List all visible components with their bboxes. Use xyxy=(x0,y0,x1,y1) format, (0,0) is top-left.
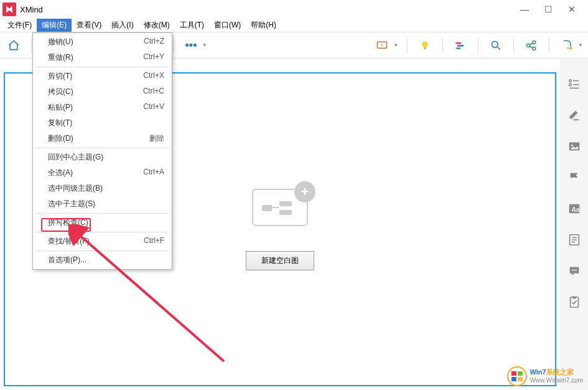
gantt-icon[interactable] xyxy=(452,37,469,54)
plus-icon: + xyxy=(294,181,315,202)
new-blank-map-button[interactable]: 新建空白图 xyxy=(246,251,314,270)
menu-entry[interactable]: 拼写检查(C) xyxy=(33,215,172,231)
menu-entry[interactable]: 回到中心主题(G) xyxy=(33,150,172,165)
menu-entry[interactable]: 撤销(U)Ctrl+Z xyxy=(33,34,172,50)
menu-separator xyxy=(35,232,169,232)
svg-point-8 xyxy=(422,41,428,47)
menu-item[interactable]: 文件(F) xyxy=(2,19,37,32)
chevron-down-icon[interactable]: ▼ xyxy=(578,42,583,48)
svg-line-19 xyxy=(530,46,533,48)
svg-point-27 xyxy=(571,145,572,146)
watermark-brand: Win7 xyxy=(530,368,546,376)
menu-separator xyxy=(35,67,169,67)
font-panel-icon[interactable]: Aa xyxy=(567,202,581,216)
watermark-url: Www.Winwin7.com xyxy=(530,377,583,384)
toolbar-separator xyxy=(442,38,443,53)
toolbar-separator xyxy=(513,38,514,53)
edit-menu-dropdown: 撤销(U)Ctrl+Z重做(R)Ctrl+Y剪切(T)Ctrl+X拷贝(C)Ct… xyxy=(32,32,172,270)
svg-line-18 xyxy=(530,43,533,45)
menu-item[interactable]: 编辑(E) xyxy=(37,19,72,32)
svg-rect-43 xyxy=(511,377,516,381)
svg-point-13 xyxy=(492,41,498,47)
home-icon[interactable] xyxy=(5,37,22,54)
menu-entry[interactable]: 选中子主题(S) xyxy=(33,196,172,212)
menu-entry[interactable]: 全选(A)Ctrl+A xyxy=(33,165,172,181)
toolbar-separator xyxy=(173,38,174,53)
format-panel-icon[interactable] xyxy=(567,108,581,122)
menu-item[interactable]: 修改(M) xyxy=(139,19,175,32)
svg-rect-42 xyxy=(518,371,523,376)
menu-entry[interactable]: 粘贴(P)Ctrl+V xyxy=(33,100,172,115)
svg-text:Aa: Aa xyxy=(571,206,579,213)
idea-icon[interactable] xyxy=(416,37,434,54)
menu-entry[interactable]: 删除(D)删除 xyxy=(33,131,172,146)
svg-rect-10 xyxy=(456,42,461,44)
right-panel: Aa xyxy=(560,59,588,390)
titlebar: XMind — ☐ ✕ xyxy=(0,0,588,19)
toolbar-separator xyxy=(31,38,32,53)
svg-point-40 xyxy=(508,367,526,386)
svg-point-16 xyxy=(533,40,536,44)
menu-entry[interactable]: 复制(T) xyxy=(33,115,172,131)
menubar: 文件(F)编辑(E)查看(V)插入(I)修改(M)工具(T)窗口(W)帮助(H) xyxy=(0,19,588,32)
svg-rect-9 xyxy=(424,47,426,49)
watermark-suffix: 系统之家 xyxy=(546,368,574,376)
chevron-down-icon[interactable]: ▼ xyxy=(202,42,207,48)
minimize-button[interactable]: — xyxy=(518,3,531,16)
menu-entry[interactable]: 拷贝(C)Ctrl+C xyxy=(33,84,172,100)
export-icon[interactable] xyxy=(558,37,576,54)
svg-point-22 xyxy=(569,83,571,86)
menu-item[interactable]: 帮助(H) xyxy=(246,19,281,32)
menu-item[interactable]: 查看(V) xyxy=(72,19,106,32)
menu-separator xyxy=(35,250,169,251)
svg-rect-44 xyxy=(518,377,523,381)
close-button[interactable]: ✕ xyxy=(566,3,578,16)
menu-item[interactable]: 插入(I) xyxy=(106,19,138,32)
menu-entry[interactable]: 重做(R)Ctrl+Y xyxy=(33,50,172,65)
task-panel-icon[interactable] xyxy=(567,295,581,309)
marker-panel-icon[interactable] xyxy=(567,171,581,184)
toolbar-separator xyxy=(478,38,478,53)
svg-point-35 xyxy=(573,270,574,271)
menu-item[interactable]: 工具(T) xyxy=(175,19,209,32)
watermark: Win7系统之家 Www.Winwin7.com xyxy=(507,366,583,386)
toolbar-separator xyxy=(549,38,549,53)
svg-rect-11 xyxy=(457,45,464,47)
svg-point-20 xyxy=(569,80,571,82)
menu-separator xyxy=(35,213,169,214)
toolbar-separator xyxy=(407,38,408,53)
outline-panel-icon[interactable] xyxy=(567,77,581,91)
svg-line-14 xyxy=(498,47,500,49)
menu-entry[interactable]: 选中同级主题(B) xyxy=(33,181,172,196)
menu-entry[interactable]: 剪切(T)Ctrl+X xyxy=(33,69,172,84)
svg-rect-38 xyxy=(572,297,576,299)
comments-panel-icon[interactable] xyxy=(567,264,581,278)
chevron-down-icon[interactable]: ▼ xyxy=(393,42,398,48)
svg-point-34 xyxy=(572,270,573,271)
image-panel-icon[interactable] xyxy=(567,140,581,153)
notes-panel-icon[interactable] xyxy=(567,233,581,247)
svg-point-17 xyxy=(533,47,536,50)
svg-point-36 xyxy=(575,270,576,271)
menu-entry[interactable]: 首选项(P)... xyxy=(33,252,172,268)
app-title: XMind xyxy=(20,5,518,14)
app-icon xyxy=(2,2,16,16)
svg-point-15 xyxy=(527,44,530,47)
menu-entry[interactable]: 查找/替换(F)Ctrl+F xyxy=(33,234,172,249)
maximize-button[interactable]: ☐ xyxy=(542,3,554,16)
more-icon[interactable]: ••• xyxy=(182,37,200,54)
presentation-icon[interactable] xyxy=(373,37,391,54)
svg-rect-41 xyxy=(511,371,516,376)
watermark-logo xyxy=(507,366,527,386)
blank-map-icon: + xyxy=(252,189,308,226)
menu-separator xyxy=(35,148,169,148)
menu-item[interactable]: 窗口(W) xyxy=(209,19,246,32)
share-icon[interactable] xyxy=(523,37,540,54)
svg-rect-12 xyxy=(456,47,460,49)
search-icon[interactable] xyxy=(487,37,505,54)
